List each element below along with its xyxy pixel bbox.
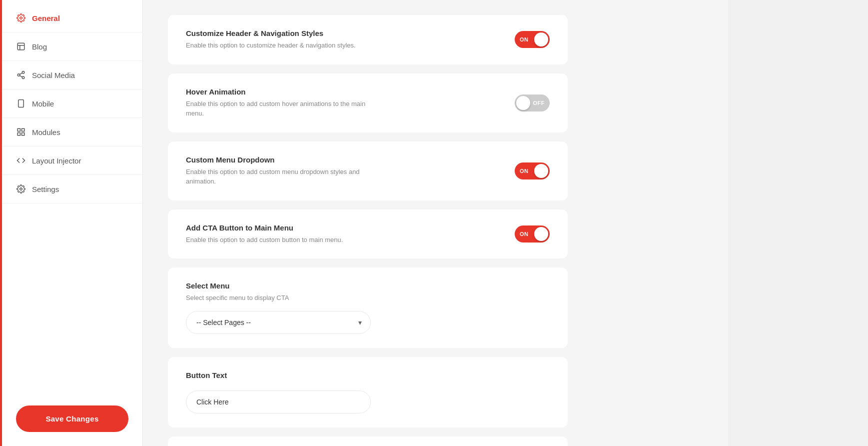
toggle-custom-menu-dropdown[interactable]: ON [515, 162, 550, 180]
layout-injector-icon [16, 156, 26, 166]
settings-icon [16, 184, 26, 194]
setting-control-add-cta-button: ON [515, 226, 550, 242]
content-panel: Customize Header & Navigation StylesEnab… [143, 0, 593, 446]
svg-point-15 [20, 188, 22, 190]
modules-icon [16, 127, 26, 137]
sidebar-item-settings[interactable]: Settings [2, 175, 142, 204]
svg-point-0 [20, 17, 22, 20]
toggle-label-custom-menu-dropdown: ON [520, 168, 529, 174]
sidebar-item-label-layout-injector: Layout Injector [32, 156, 81, 165]
setting-desc-select-menu: Select specific menu to display CTA [186, 293, 289, 303]
setting-desc-hover-animation: Enable this option to add custom hover a… [186, 99, 376, 118]
setting-row-customize-header: Customize Header & Navigation StylesEnab… [168, 15, 568, 64]
setting-title-custom-menu-dropdown: Custom Menu Dropdown [186, 156, 495, 164]
setting-control-hover-animation: OFF [515, 94, 550, 112]
sidebar-item-label-mobile: Mobile [32, 100, 54, 108]
setting-row-hover-animation: Hover AnimationEnable this option to add… [168, 74, 568, 132]
sidebar-item-label-modules: Modules [32, 128, 60, 136]
svg-point-6 [22, 76, 24, 79]
setting-row-button-text: Button Text [168, 357, 568, 428]
svg-rect-12 [22, 128, 24, 131]
toggle-thumb-customize-header [534, 32, 548, 46]
setting-desc-custom-menu-dropdown: Enable this option to add custom menu dr… [186, 167, 376, 186]
setting-desc-customize-header: Enable this option to customize header &… [186, 40, 376, 50]
sidebar-item-label-settings: Settings [32, 185, 59, 194]
mobile-icon [16, 98, 26, 108]
toggle-label-hover-animation: OFF [533, 100, 545, 106]
sidebar-item-label-social-media: Social Media [32, 71, 75, 80]
blog-icon [16, 42, 26, 52]
toggle-hover-animation[interactable]: OFF [515, 94, 550, 112]
setting-control-custom-menu-dropdown: ON [515, 162, 550, 180]
setting-title-customize-header: Customize Header & Navigation Styles [186, 29, 495, 38]
svg-rect-14 [17, 133, 20, 136]
toggle-customize-header[interactable]: ON [515, 31, 550, 48]
setting-row-add-cta-button: Add CTA Button to Main MenuEnable this o… [168, 210, 568, 259]
setting-title-hover-animation: Hover Animation [186, 88, 495, 96]
toggle-label-add-cta-button: ON [520, 231, 529, 237]
toggle-add-cta-button[interactable]: ON [515, 226, 550, 242]
save-btn-container: Save Changes [2, 392, 142, 446]
sidebar-item-label-general: General [32, 14, 60, 22]
setting-info-button-text: Button Text [186, 371, 227, 382]
sidebar: GeneralBlogSocial MediaMobileModulesLayo… [2, 0, 143, 446]
sidebar-nav: GeneralBlogSocial MediaMobileModulesLayo… [2, 0, 142, 392]
select-select-menu[interactable]: -- Select Pages -- [186, 311, 371, 334]
setting-title-select-menu: Select Menu [186, 282, 289, 290]
setting-info-hover-animation: Hover AnimationEnable this option to add… [186, 88, 515, 118]
sidebar-item-social-media[interactable]: Social Media [2, 61, 142, 90]
setting-info-add-cta-button: Add CTA Button to Main MenuEnable this o… [186, 224, 515, 245]
sidebar-item-mobile[interactable]: Mobile [2, 90, 142, 118]
social-media-icon [16, 70, 26, 80]
svg-point-5 [17, 74, 20, 76]
setting-row-custom-menu-dropdown: Custom Menu DropdownEnable this option t… [168, 142, 568, 200]
setting-control-button-text [186, 390, 550, 414]
sidebar-item-blog[interactable]: Blog [2, 32, 142, 61]
sidebar-item-layout-injector[interactable]: Layout Injector [2, 146, 142, 175]
svg-rect-13 [22, 133, 24, 136]
main-content: Customize Header & Navigation StylesEnab… [143, 0, 728, 446]
svg-rect-1 [17, 43, 24, 50]
select-container-select-menu: -- Select Pages --▾ [186, 311, 371, 334]
setting-title-button-text: Button Text [186, 371, 227, 380]
svg-line-8 [19, 73, 22, 74]
svg-rect-11 [17, 128, 20, 131]
toggle-thumb-hover-animation [516, 96, 530, 110]
svg-line-7 [19, 76, 22, 77]
toggle-thumb-add-cta-button [534, 227, 548, 241]
sidebar-item-general[interactable]: General [2, 4, 142, 32]
sidebar-item-modules[interactable]: Modules [2, 118, 142, 146]
setting-info-custom-menu-dropdown: Custom Menu DropdownEnable this option t… [186, 156, 515, 186]
setting-info-select-menu: Select MenuSelect specific menu to displ… [186, 282, 289, 303]
toggle-label-customize-header: ON [520, 36, 529, 42]
sidebar-item-label-blog: Blog [32, 42, 47, 51]
right-panel [728, 0, 868, 446]
svg-point-4 [22, 72, 24, 74]
save-changes-button[interactable]: Save Changes [16, 406, 128, 432]
setting-info-customize-header: Customize Header & Navigation StylesEnab… [186, 29, 515, 50]
general-icon [16, 13, 26, 23]
toggle-thumb-custom-menu-dropdown [534, 164, 548, 178]
input-button-text[interactable] [186, 390, 371, 414]
setting-row-button-url: Button URL [168, 436, 568, 446]
setting-title-add-cta-button: Add CTA Button to Main Menu [186, 224, 495, 232]
setting-desc-add-cta-button: Enable this option to add custom button … [186, 235, 376, 245]
setting-control-customize-header: ON [515, 31, 550, 48]
setting-control-select-menu: -- Select Pages --▾ [186, 311, 550, 334]
setting-row-select-menu: Select MenuSelect specific menu to displ… [168, 268, 568, 348]
